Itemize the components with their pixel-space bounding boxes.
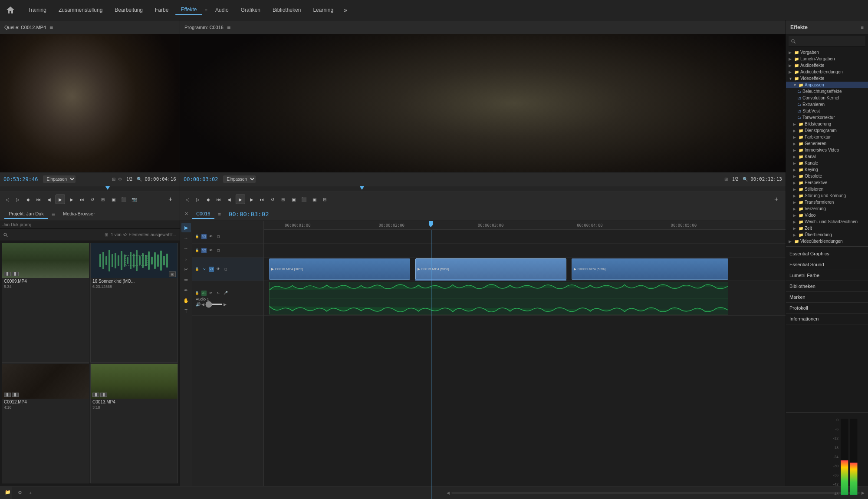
- source-insert[interactable]: ⬛: [120, 195, 128, 203]
- a1-sync-lock[interactable]: 🔒: [194, 290, 200, 296]
- program-loop[interactable]: ↺: [269, 195, 276, 203]
- a1-vol-right[interactable]: ▶: [224, 302, 227, 307]
- pen-tool[interactable]: ✒: [181, 285, 191, 295]
- clip-c0016[interactable]: ▶ C0016.MP4 [30%]: [269, 258, 410, 280]
- essential-sound[interactable]: Essential Sound: [786, 259, 868, 270]
- lumetri-farbe[interactable]: Lumetri-Farbe: [786, 270, 868, 281]
- project-search-input[interactable]: [10, 232, 102, 238]
- tree-stilisieren[interactable]: ▶ 📁 Stilisieren: [786, 186, 868, 192]
- tree-stabvest[interactable]: 🗂 StabVest: [786, 108, 868, 114]
- source-overlay[interactable]: ▣: [109, 195, 117, 203]
- protokoll[interactable]: Protokoll: [786, 303, 868, 314]
- v2-lock[interactable]: 🔒: [194, 248, 200, 254]
- hand-tool[interactable]: ✋: [181, 296, 191, 305]
- a1-mute[interactable]: M: [208, 290, 214, 296]
- tree-zeit[interactable]: ▶ 📁 Zeit: [786, 225, 868, 231]
- program-insert[interactable]: ⬛: [300, 195, 308, 203]
- program-mark-in[interactable]: ◁: [184, 195, 191, 203]
- tree-dienstprogramm[interactable]: ▶ 📁 Dienstprogramm: [786, 127, 868, 134]
- v2-eye[interactable]: 👁: [208, 248, 214, 254]
- menu-item-effekte[interactable]: Effekte: [175, 5, 202, 15]
- menu-item-bearbeitung[interactable]: Bearbeitung: [109, 5, 148, 15]
- menu-item-training[interactable]: Training: [23, 5, 52, 15]
- new-bin-button[interactable]: 📁: [3, 488, 12, 497]
- timeline-tab[interactable]: C0016: [192, 209, 214, 219]
- tree-kanale[interactable]: ▶ 📁 Kanäle: [786, 160, 868, 166]
- program-go-in[interactable]: ⏮: [215, 195, 223, 203]
- v1-mute[interactable]: ◻: [223, 266, 229, 272]
- v3-lock[interactable]: 🔒: [194, 234, 200, 240]
- source-mark-out[interactable]: ▷: [14, 195, 22, 203]
- v1-indicator[interactable]: V1: [209, 267, 214, 272]
- tree-vorgaben[interactable]: ▶ 📁 Vorgaben: [786, 49, 868, 56]
- project-panel-menu[interactable]: ≡: [52, 211, 55, 218]
- a1-indicator[interactable]: A1: [201, 291, 207, 296]
- v3-eye[interactable]: 👁: [208, 234, 214, 240]
- v3-indicator[interactable]: V3: [201, 234, 207, 239]
- project-list-view-icon[interactable]: ⊞: [105, 232, 108, 237]
- clip-c0015[interactable]: ▶ C0015.MP4 [50%]: [415, 258, 567, 280]
- tree-storung[interactable]: ▶ 📁 Störung und Körnung: [786, 192, 868, 199]
- tree-keying[interactable]: ▶ 📁 Keying: [786, 166, 868, 173]
- source-step-back[interactable]: ◀: [45, 195, 53, 203]
- clip-c0009[interactable]: ▶ C0009.MP4 [50%]: [572, 258, 728, 280]
- media-item-c0013[interactable]: ▊ ▊ C0013.MP4 3:18: [90, 364, 178, 483]
- tl-add-track-btn[interactable]: +: [26, 489, 35, 497]
- tree-verzerrung[interactable]: ▶ 📁 Verzerrung: [786, 205, 868, 212]
- track-row-v1[interactable]: ▶ C0016.MP4 [30%] ▶ C0015.MP4 [50%] ▶ C0…: [264, 258, 786, 281]
- essential-graphics[interactable]: Essential Graphics: [786, 248, 868, 259]
- source-mark-in[interactable]: ◁: [3, 195, 11, 203]
- program-play-button[interactable]: ▶: [236, 195, 245, 204]
- tree-convolution[interactable]: 🗂 Convolution Kernel: [786, 95, 868, 101]
- program-add-marker[interactable]: ◆: [204, 195, 212, 203]
- menu-more-icon[interactable]: »: [340, 7, 351, 13]
- home-icon[interactable]: [4, 4, 16, 16]
- tree-audioeffekte[interactable]: ▶ 📁 Audioeffekte: [786, 62, 868, 69]
- tree-obsolete[interactable]: ▶ 📁 Obsolete: [786, 173, 868, 179]
- source-icon-zoom[interactable]: 🔍: [137, 177, 142, 182]
- source-go-out[interactable]: ⏭: [78, 195, 86, 203]
- program-add-button[interactable]: +: [774, 195, 782, 203]
- a1-solo[interactable]: S: [215, 290, 221, 296]
- menu-item-bibliotheken[interactable]: Bibliotheken: [267, 5, 306, 15]
- tree-anpassen[interactable]: ▼ 📁 Anpassen: [786, 82, 868, 88]
- tree-beleuchtung[interactable]: 🗂 Beleuchtungseffekte: [786, 88, 868, 95]
- source-overwrite[interactable]: 📷: [130, 195, 138, 203]
- v3-mute[interactable]: ◻: [215, 234, 221, 240]
- selection-tool[interactable]: ▶: [181, 223, 191, 232]
- program-step-forward[interactable]: ▶: [248, 195, 256, 203]
- program-icon-settings[interactable]: ⊞: [724, 177, 728, 182]
- menu-item-zusammenstellung[interactable]: Zusammenstellung: [53, 5, 108, 15]
- v2-mute[interactable]: ◻: [215, 248, 221, 254]
- effects-search-input[interactable]: [797, 39, 863, 43]
- audio-clip-a1[interactable]: [269, 282, 728, 314]
- track-select-forward[interactable]: →: [181, 233, 191, 243]
- source-safe-margins[interactable]: ⊞: [99, 195, 107, 203]
- track-row-a1[interactable]: [264, 281, 786, 316]
- bibliotheken[interactable]: Bibliotheken: [786, 281, 868, 292]
- tree-kanal[interactable]: ▶ 📁 Kanal: [786, 153, 868, 160]
- program-mark-out[interactable]: ▷: [194, 195, 202, 203]
- text-tool[interactable]: T: [181, 306, 191, 316]
- tree-videouberblendungen[interactable]: ▶ 📁 Videoüberblendungen: [786, 238, 868, 245]
- v1-eye[interactable]: 👁: [215, 266, 221, 272]
- v2-indicator[interactable]: V2: [201, 248, 207, 253]
- source-fit-dropdown[interactable]: Einpassen: [43, 175, 76, 183]
- tree-lumetri-vorgaben[interactable]: ▶ 📁 Lumetri-Vorgaben: [786, 56, 868, 62]
- source-step-forward[interactable]: ▶: [68, 195, 76, 203]
- media-item-sequence[interactable]: ▣ 16 Sonnenkind (MÖ... 6:23:12868: [90, 243, 178, 363]
- razor-tool[interactable]: ✂: [181, 264, 191, 274]
- tree-extrahieren[interactable]: 🗂 Extrahieren: [786, 101, 868, 108]
- tree-perspektive[interactable]: ▶ 📁 Perspektive: [786, 179, 868, 186]
- source-play-button[interactable]: ▶: [56, 195, 65, 204]
- program-monitor-menu-icon[interactable]: ≡: [227, 24, 230, 31]
- source-go-in[interactable]: ⏮: [35, 195, 43, 203]
- tree-videoeffekte[interactable]: ▼ 📁 Videoeffekte: [786, 75, 868, 82]
- tree-weich[interactable]: ▶ 📁 Weich- und Scharfzeichnen: [786, 218, 868, 225]
- scroll-left-btn[interactable]: ◀: [447, 491, 450, 495]
- tree-transformieren[interactable]: ▶ 📁 Transformieren: [786, 199, 868, 205]
- a1-volume-slider[interactable]: [205, 304, 223, 305]
- program-go-out[interactable]: ⏭: [258, 195, 266, 203]
- program-overlay[interactable]: ▣: [289, 195, 297, 203]
- tree-farbkorrektur[interactable]: ▶ 📁 Farbkorrektur: [786, 134, 868, 140]
